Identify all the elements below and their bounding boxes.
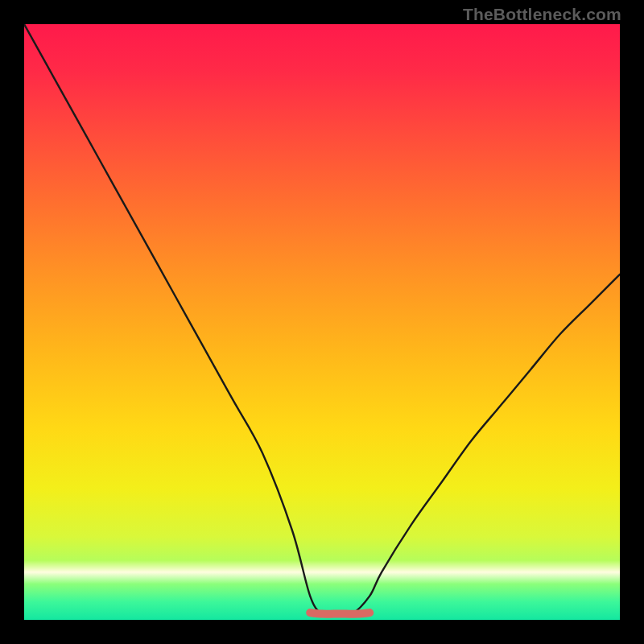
bottleneck-curve — [24, 24, 620, 615]
chart-frame: TheBottleneck.com — [0, 0, 644, 644]
curve-layer — [24, 24, 620, 620]
plot-area — [24, 24, 620, 620]
flat-marker — [310, 613, 369, 614]
watermark-text: TheBottleneck.com — [463, 5, 621, 24]
